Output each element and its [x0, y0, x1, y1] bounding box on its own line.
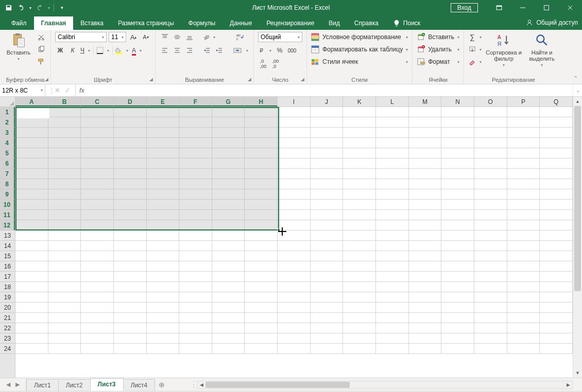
cell[interactable]	[409, 189, 442, 200]
cell[interactable]	[147, 241, 180, 251]
cell[interactable]	[409, 251, 442, 261]
cell[interactable]	[474, 210, 507, 220]
cell[interactable]	[147, 128, 180, 138]
row-header[interactable]: 12	[0, 220, 15, 230]
font-size-select[interactable]: 11▾	[109, 32, 126, 42]
formula-input[interactable]	[88, 84, 573, 96]
cell[interactable]	[409, 261, 442, 272]
cell[interactable]	[81, 344, 114, 354]
cell[interactable]	[540, 251, 573, 261]
cell[interactable]	[474, 292, 507, 302]
cell[interactable]	[376, 292, 409, 302]
cell[interactable]	[278, 282, 311, 292]
cell[interactable]	[147, 210, 180, 220]
cell[interactable]	[245, 220, 278, 230]
cell[interactable]	[540, 158, 573, 169]
cell[interactable]	[441, 158, 474, 169]
cell[interactable]	[245, 241, 278, 251]
autosum-icon[interactable]: ∑	[468, 32, 483, 42]
new-sheet-button[interactable]: ⊕	[155, 381, 169, 389]
cell[interactable]	[376, 241, 409, 251]
cell[interactable]	[15, 117, 48, 128]
cell[interactable]	[147, 169, 180, 179]
expand-formula-bar-icon[interactable]: ⌄	[573, 84, 582, 96]
cell[interactable]	[507, 251, 540, 261]
cell[interactable]	[441, 107, 474, 117]
number-launcher-icon[interactable]: ◢	[301, 77, 304, 82]
cell[interactable]	[409, 230, 442, 241]
insert-cells-button[interactable]: Вставить	[417, 32, 459, 42]
cell[interactable]	[48, 179, 81, 189]
cell[interactable]	[376, 179, 409, 189]
signin-button[interactable]: Вход	[451, 3, 478, 12]
cell[interactable]	[474, 313, 507, 323]
cell[interactable]	[81, 282, 114, 292]
cell[interactable]	[212, 272, 245, 282]
cell[interactable]	[179, 230, 212, 241]
cell[interactable]	[311, 117, 344, 128]
cell[interactable]	[343, 251, 376, 261]
cell[interactable]	[540, 128, 573, 138]
cell[interactable]	[540, 148, 573, 158]
cell[interactable]	[540, 241, 573, 251]
cell[interactable]	[311, 230, 344, 241]
cell[interactable]	[507, 344, 540, 354]
sheet-tab[interactable]: Лист3	[90, 378, 124, 391]
cell[interactable]	[15, 272, 48, 282]
row-header[interactable]: 8	[0, 179, 15, 189]
row-header[interactable]: 19	[0, 292, 15, 302]
cell[interactable]	[245, 292, 278, 302]
row-header[interactable]: 9	[0, 189, 15, 200]
cell[interactable]	[212, 169, 245, 179]
cell[interactable]	[245, 230, 278, 241]
cell[interactable]	[441, 313, 474, 323]
cell[interactable]	[212, 302, 245, 313]
cell[interactable]	[81, 179, 114, 189]
cell[interactable]	[48, 261, 81, 272]
cell[interactable]	[48, 189, 81, 200]
cell[interactable]	[245, 302, 278, 313]
cell[interactable]	[278, 189, 311, 200]
cell[interactable]	[179, 220, 212, 230]
clipboard-launcher-icon[interactable]: ◢	[45, 77, 48, 82]
cell[interactable]	[147, 179, 180, 189]
row-header[interactable]: 13	[0, 230, 15, 241]
cell[interactable]	[474, 117, 507, 128]
cell[interactable]	[343, 179, 376, 189]
row-header[interactable]: 7	[0, 169, 15, 179]
cell[interactable]	[179, 302, 212, 313]
cell[interactable]	[343, 272, 376, 282]
cell[interactable]	[278, 220, 311, 230]
cell[interactable]	[540, 292, 573, 302]
cell[interactable]	[441, 210, 474, 220]
cell[interactable]	[278, 313, 311, 323]
cell[interactable]	[15, 333, 48, 344]
cell[interactable]	[81, 333, 114, 344]
cell[interactable]	[212, 323, 245, 333]
cell[interactable]	[114, 107, 147, 117]
decrease-indent-icon[interactable]	[202, 45, 212, 56]
row-header[interactable]: 4	[0, 138, 15, 148]
cell[interactable]	[15, 158, 48, 169]
cell[interactable]	[15, 344, 48, 354]
cell[interactable]	[179, 333, 212, 344]
cell[interactable]	[409, 128, 442, 138]
cell[interactable]	[15, 261, 48, 272]
cell[interactable]	[179, 251, 212, 261]
cell[interactable]	[441, 200, 474, 210]
cell[interactable]	[311, 261, 344, 272]
sort-filter-button[interactable]: АЯ Сортировка и фильтр▾	[486, 32, 522, 67]
cell[interactable]	[114, 323, 147, 333]
alignment-launcher-icon[interactable]: ◢	[248, 77, 251, 82]
clear-icon[interactable]	[468, 57, 483, 67]
cell[interactable]	[81, 230, 114, 241]
align-bottom-icon[interactable]	[184, 32, 195, 42]
cell[interactable]	[15, 282, 48, 292]
cell[interactable]	[441, 230, 474, 241]
row-header[interactable]: 22	[0, 323, 15, 333]
number-format-select[interactable]: Общий▾	[258, 32, 302, 42]
cell[interactable]	[212, 333, 245, 344]
column-header[interactable]: L	[376, 97, 409, 106]
cell[interactable]	[81, 169, 114, 179]
row-header[interactable]: 20	[0, 302, 15, 313]
